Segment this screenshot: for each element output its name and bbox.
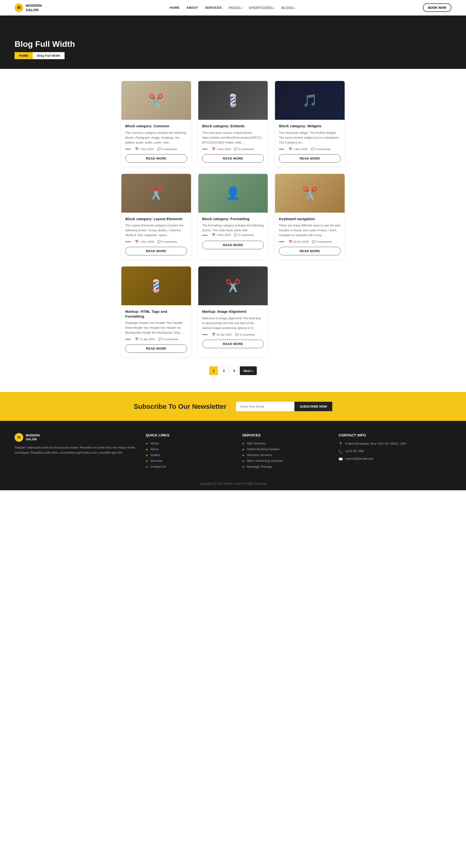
footer-service-item: ► Hair Services <box>242 441 329 445</box>
nav-pages[interactable]: PAGES <box>229 6 242 10</box>
blog-card-body: Markup: HTML Tags and Formatting Heading… <box>121 305 191 356</box>
meta-comments-text: 0 comments <box>240 333 255 336</box>
meta-comments-text: 0 comments <box>162 148 177 151</box>
footer-logo-icon: M <box>14 433 23 442</box>
arrow-icon: ► <box>242 465 245 468</box>
comment-icon: 💬 <box>234 147 238 151</box>
calendar-icon: 📅 <box>212 147 215 151</box>
read-more-button[interactable]: Read More <box>202 241 264 249</box>
blog-card-excerpt: The shortcode widget: The Archive Widget… <box>279 130 341 145</box>
footer-logo-text: MODERN SALON <box>26 434 40 441</box>
comment-icon: 💬 <box>312 240 316 243</box>
nav-links: HOME ABOUT SERVICES PAGES SHORTCODES BLO… <box>170 6 295 10</box>
logo-text: MODERN SALON <box>26 3 42 12</box>
breadcrumb-home[interactable]: HOME <box>14 52 33 59</box>
read-more-button[interactable]: Read More <box>279 247 341 255</box>
blog-card-1: ✂️ Block category: Common The Common cat… <box>121 81 191 166</box>
blog-card-body: Keyboard navigation There are many diffe… <box>275 213 345 259</box>
blog-card-excerpt: This post tests various embed blocks: ht… <box>202 130 264 145</box>
blog-card-7: 💈 Markup: HTML Tags and Formatting Headi… <box>121 267 191 356</box>
read-more-button[interactable]: Read More <box>202 154 264 163</box>
blog-card-image: 👤 <box>198 174 268 213</box>
comment-icon: 💬 <box>157 147 161 151</box>
meta-date: 📅 10 Jan 2013 <box>212 333 232 336</box>
footer-quicklink-item: ► Home <box>146 441 232 445</box>
blog-card-excerpt: Welcome to image alignment! The best way… <box>202 316 264 331</box>
book-now-button[interactable]: Book Now <box>423 3 452 12</box>
meta-divider <box>125 339 130 339</box>
footer-service-link[interactable]: Skincare Services <box>247 453 272 457</box>
pagination-page-2[interactable]: 2 <box>220 366 228 375</box>
footer-services-title: Services <box>242 433 329 437</box>
meta-date: 📅 1 Nov 2018 <box>212 147 231 151</box>
arrow-icon: ► <box>146 442 148 445</box>
footer-service-link[interactable]: Hair Services <box>247 441 265 445</box>
footer-quicklink-link[interactable]: Services <box>150 459 163 463</box>
meta-date-text: 1 Nov 2018 <box>293 148 308 151</box>
blog-card-title: Block category: Layout Elements <box>125 217 187 221</box>
read-more-button[interactable]: Read More <box>125 154 187 163</box>
blog-card-title: Block category: Common <box>125 124 187 128</box>
newsletter-email-input[interactable] <box>236 402 294 411</box>
blog-card-excerpt: The formatting category includes the fol… <box>202 223 264 249</box>
blog-card-body: Block category: Widgets The shortcode wi… <box>275 120 345 166</box>
meta-comments: 💬 0 comments <box>234 147 254 151</box>
meta-divider <box>202 334 207 335</box>
meta-comments-text: 0 comments <box>163 338 178 341</box>
meta-comments-text: 0 comments <box>316 148 331 151</box>
footer-quicklink-link[interactable]: About <box>150 447 158 451</box>
footer-quicklink-link[interactable]: Contact Us <box>150 465 166 468</box>
blog-card-excerpt: The Layout Elements category includes th… <box>125 223 187 238</box>
footer-grid: M MODERN SALON Aliquam malesuada dolor a… <box>14 433 452 471</box>
nav-home[interactable]: HOME <box>170 6 180 9</box>
blog-card-image: ✂️ <box>198 267 268 305</box>
calendar-icon: 📅 <box>289 147 292 151</box>
arrow-icon: ► <box>146 454 148 457</box>
nav-about[interactable]: ABOUT <box>186 6 198 9</box>
nav-blogs[interactable]: BLOGS <box>281 6 295 10</box>
blog-card-meta: 📅 11 Jan 2013 💬 0 comments <box>125 338 187 341</box>
read-more-button[interactable]: Read More <box>202 340 264 348</box>
read-more-button[interactable]: Read More <box>279 154 341 163</box>
footer-quicklink-item: ► Gallery <box>146 453 232 457</box>
footer-service-link[interactable]: Massage Therapy <box>247 465 272 468</box>
blog-card-body: Block category: Formatting The formattin… <box>198 213 268 256</box>
footer-description: Aliquam malesuada dolor at urna iaculis … <box>14 445 136 456</box>
meta-date-text: 20 Oct 2018 <box>293 240 309 243</box>
blog-card-title: Markup: Image Alignment <box>202 309 264 314</box>
blog-card-title: Keyboard navigation <box>279 217 341 221</box>
pagination-next-button[interactable]: Next » <box>240 366 257 375</box>
footer-quicklink-link[interactable]: Home <box>150 441 159 445</box>
newsletter-subscribe-button[interactable]: Subscribe Now <box>294 402 332 411</box>
blog-grid: ✂️ Block category: Common The Common cat… <box>121 81 345 356</box>
meta-date-text: 1 Nov 2018 <box>216 233 231 237</box>
arrow-icon: ► <box>242 460 245 462</box>
meta-comments: 💬 0 comments <box>311 147 331 151</box>
blog-card-meta: 📅 1 Nov 2018 💬 0 comments <box>202 233 264 237</box>
pagination-page-1[interactable]: 1 <box>209 366 218 375</box>
nav-services[interactable]: SERVICES <box>205 6 222 9</box>
nav-shortcodes[interactable]: SHORTCODES <box>249 6 274 10</box>
read-more-button[interactable]: Read More <box>125 344 187 353</box>
meta-date: 📅 1 Nov 2018 <box>135 147 154 151</box>
logo[interactable]: M MODERN SALON <box>14 3 42 12</box>
meta-date-text: 11 Jan 2013 <box>140 338 155 341</box>
blog-card-body: Block category: Embeds This post tests v… <box>198 120 268 166</box>
blog-card-body: Markup: Image Alignment Welcome to image… <box>198 305 268 352</box>
blog-card-meta: 📅 1 Nov 2018 💬 0 comments <box>279 147 341 151</box>
footer-phone: 📞 1234 567 890 <box>339 449 452 454</box>
footer-service-link[interactable]: Online Booking System <box>247 447 280 451</box>
footer-address: 📍 6 West Broadway, New York, NY 10012, U… <box>339 441 452 446</box>
footer-quicklink-link[interactable]: Gallery <box>150 453 160 457</box>
footer-quicklink-item: ► Services <box>146 459 232 463</box>
blog-card-title: Block category: Embeds <box>202 124 264 128</box>
blog-card-excerpt: There are many different ways to use the… <box>279 223 341 238</box>
meta-divider <box>279 149 284 149</box>
read-more-button[interactable]: Read More <box>125 247 187 255</box>
footer: M MODERN SALON Aliquam malesuada dolor a… <box>0 421 466 490</box>
footer-service-link[interactable]: Men's Grooming Services <box>247 459 283 463</box>
blog-card-5: 👤 Block category: Formatting The formatt… <box>198 174 268 259</box>
newsletter-title: Subscribe To Our Newsletter <box>134 403 227 410</box>
blog-card-3: 🎵 Block category: Widgets The shortcode … <box>275 81 345 166</box>
pagination-page-3[interactable]: 3 <box>230 366 238 375</box>
